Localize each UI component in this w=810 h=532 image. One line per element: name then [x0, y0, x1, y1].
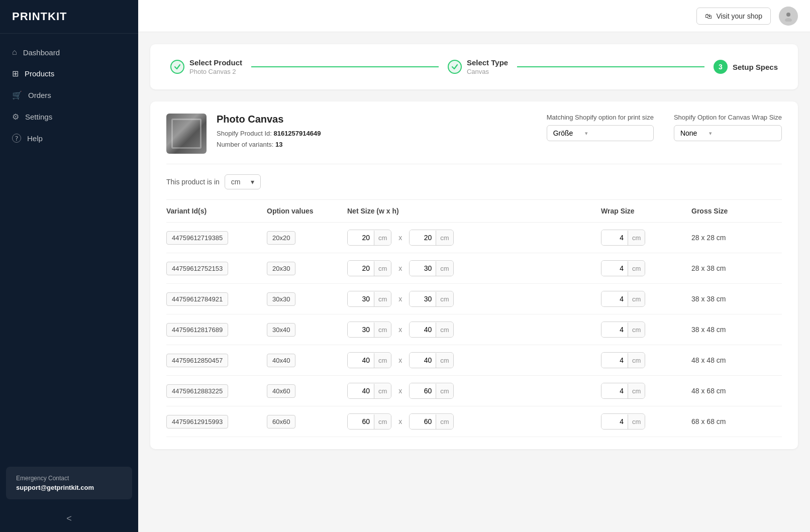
product-shopify-id: Shopify Product Id: 8161257914649 [217, 128, 537, 139]
x-separator: x [398, 417, 402, 425]
sidebar-item-products[interactable]: ⊞ Products [0, 63, 138, 84]
net-width-field[interactable] [348, 261, 374, 276]
wrap-unit: cm [628, 353, 645, 368]
cell-gross-size: 38 x 48 cm [691, 326, 782, 334]
chevron-down-icon: ▾ [709, 130, 712, 137]
sidebar-item-help[interactable]: ? Help [0, 128, 138, 149]
wrap-size-field[interactable] [601, 383, 628, 398]
table-row: 44759612915993 60x60 cm x cm cm 68 x 68 … [166, 406, 782, 437]
sidebar-item-label: Orders [28, 91, 51, 99]
wrap-size-value: None [680, 129, 697, 137]
wrap-size-input[interactable]: cm [601, 383, 645, 399]
net-height-input[interactable]: cm [409, 291, 453, 307]
sidebar-item-dashboard[interactable]: ⌂ Dashboard [0, 42, 138, 63]
net-width-unit: cm [374, 384, 391, 398]
table-row: 44759612817689 30x40 cm x cm cm 38 x 48 … [166, 314, 782, 345]
emergency-email: support@getprintkit.com [16, 484, 122, 491]
net-height-field[interactable] [410, 353, 436, 368]
x-separator: x [398, 234, 402, 242]
product-image [166, 114, 207, 154]
sidebar-item-orders[interactable]: 🛒 Orders [0, 84, 138, 106]
cell-net-size: cm x cm [347, 383, 601, 399]
net-height-input[interactable]: cm [409, 230, 453, 246]
step3-circle: 3 [714, 60, 728, 74]
settings-icon: ⚙ [12, 112, 19, 122]
net-width-input[interactable]: cm [347, 352, 391, 368]
net-height-field[interactable] [410, 261, 436, 276]
net-height-unit: cm [436, 414, 453, 429]
variant-id-tag: 44759612784921 [166, 292, 228, 306]
product-options: Matching Shopify option for print size G… [547, 114, 782, 141]
net-width-input[interactable]: cm [347, 291, 391, 307]
net-height-field[interactable] [410, 291, 436, 306]
unit-select[interactable]: cm ▾ [225, 174, 261, 189]
wrap-size-input[interactable]: cm [601, 291, 645, 307]
net-width-unit: cm [374, 231, 391, 245]
wrap-size-field[interactable] [601, 414, 628, 429]
col-option-values: Option values [267, 207, 347, 215]
gross-size-value: 38 x 48 cm [691, 326, 726, 334]
cell-variant-id: 44759612850457 [166, 354, 267, 367]
print-size-select[interactable]: Größe ▾ [547, 125, 654, 141]
net-width-input[interactable]: cm [347, 230, 391, 246]
wrap-size-input[interactable]: cm [601, 230, 645, 246]
step3-number: 3 [719, 63, 723, 71]
net-width-field[interactable] [348, 414, 374, 429]
net-height-input[interactable]: cm [409, 413, 453, 430]
wrap-size-input[interactable]: cm [601, 260, 645, 276]
cell-net-size: cm x cm [347, 352, 601, 368]
net-width-field[interactable] [348, 230, 374, 245]
net-height-field[interactable] [410, 383, 436, 398]
net-height-field[interactable] [410, 322, 436, 337]
gross-size-value: 38 x 38 cm [691, 295, 726, 303]
sidebar-collapse-button[interactable]: < [0, 505, 138, 532]
wrap-size-field[interactable] [601, 261, 628, 276]
cell-variant-id: 44759612752153 [166, 262, 267, 275]
wrap-size-input[interactable]: cm [601, 413, 645, 430]
shop-icon: 🛍 [705, 12, 712, 20]
net-width-input[interactable]: cm [347, 322, 391, 338]
net-height-field[interactable] [410, 230, 436, 245]
net-height-input[interactable]: cm [409, 383, 453, 399]
net-width-field[interactable] [348, 353, 374, 368]
wrap-size-field[interactable] [601, 322, 628, 337]
net-height-input[interactable]: cm [409, 322, 453, 338]
gross-size-value: 48 x 48 cm [691, 356, 726, 364]
help-icon: ? [12, 134, 21, 143]
wrap-unit: cm [628, 414, 645, 429]
table-body: 44759612719385 20x20 cm x cm cm 28 x 28 … [166, 223, 782, 437]
wrap-size-field[interactable] [601, 353, 628, 368]
wrap-size-input[interactable]: cm [601, 352, 645, 368]
option-tag: 40x60 [267, 384, 295, 398]
wrap-size-input[interactable]: cm [601, 322, 645, 338]
net-width-input[interactable]: cm [347, 413, 391, 430]
unit-value: cm [231, 178, 241, 186]
step2-title: Select Type [467, 58, 508, 67]
net-height-input[interactable]: cm [409, 352, 453, 368]
sidebar-item-label: Help [27, 134, 43, 143]
net-width-input[interactable]: cm [347, 383, 391, 399]
gross-size-value: 68 x 68 cm [691, 417, 726, 425]
wrap-size-field[interactable] [601, 230, 628, 245]
net-width-field[interactable] [348, 383, 374, 398]
sidebar-item-label: Dashboard [23, 48, 60, 57]
wrap-size-select[interactable]: None ▾ [674, 125, 782, 141]
net-width-input[interactable]: cm [347, 260, 391, 276]
net-width-field[interactable] [348, 291, 374, 306]
variant-id-tag: 44759612883225 [166, 384, 228, 398]
net-height-input[interactable]: cm [409, 260, 453, 276]
step2-sub: Canvas [467, 68, 508, 75]
gross-size-value: 28 x 38 cm [691, 264, 726, 272]
sidebar-item-settings[interactable]: ⚙ Settings [0, 106, 138, 128]
visit-shop-button[interactable]: 🛍 Visit your shop [696, 8, 771, 25]
wrap-size-field[interactable] [601, 291, 628, 306]
svg-point-0 [786, 13, 790, 17]
cell-gross-size: 48 x 48 cm [691, 356, 782, 364]
product-name: Photo Canvas [217, 114, 537, 125]
user-avatar-button[interactable] [779, 7, 798, 26]
net-height-field[interactable] [410, 414, 436, 429]
chevron-down-icon: ▾ [251, 178, 254, 186]
net-width-field[interactable] [348, 322, 374, 337]
table-row: 44759612752153 20x30 cm x cm cm 28 x 38 … [166, 253, 782, 284]
cell-option: 30x40 [267, 323, 347, 337]
